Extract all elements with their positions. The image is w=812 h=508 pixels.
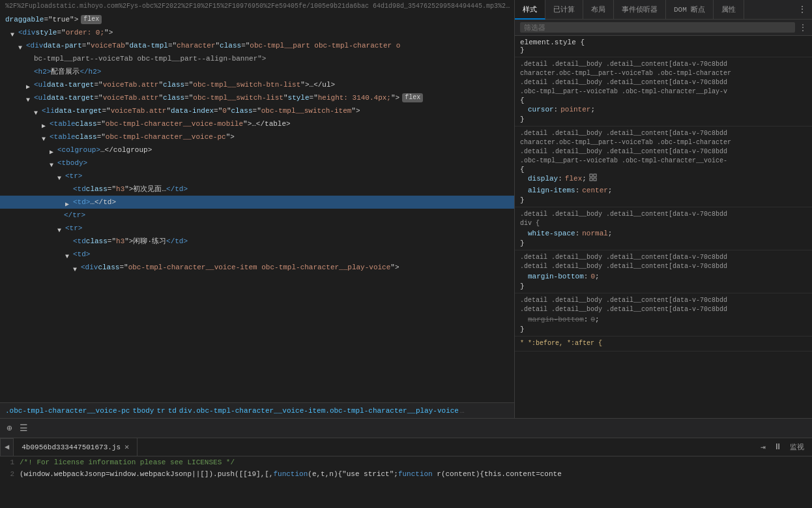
style-selector-1: .detail .detail__body .detail__content[d…: [520, 60, 807, 68]
console-drawer-icon[interactable]: ☰: [18, 421, 29, 435]
rule1-open-brace: {: [520, 97, 807, 104]
pause-icon[interactable]: ⏸: [771, 441, 785, 453]
triangle-icon-4[interactable]: [26, 95, 33, 101]
rule5-close-brace: }: [520, 325, 807, 333]
breadcrumb-item-3[interactable]: tr: [156, 407, 165, 415]
code-line-2: 2 (window.webpackJsonp=window.webpackJso…: [0, 468, 812, 480]
dom-panel: %2F%2Fuploadstatic.mihoyo.com%2Fys-obc%2…: [0, 0, 515, 418]
styles-panel[interactable]: element.style { } .detail .detail__body …: [515, 36, 812, 418]
dom-line-tbody: <tbody>: [0, 157, 514, 170]
tab-event-listeners[interactable]: 事件侦听器: [614, 0, 666, 20]
style-prop-align-items: align-items : center ;: [528, 185, 807, 196]
tab-properties[interactable]: 属性: [714, 0, 744, 20]
triangle-icon-8[interactable]: [50, 147, 56, 153]
style-selector-2b: character.obc-tmpl__part--voiceTab .obc-…: [520, 138, 807, 146]
dock-icon[interactable]: ⇥: [758, 441, 768, 454]
tab-computed[interactable]: 已计算: [545, 0, 583, 20]
breadcrumb-item-1[interactable]: .obc-tmpl-character__voice-pc: [5, 407, 130, 415]
rule4-close-brace: }: [520, 282, 807, 290]
tab-overflow-menu[interactable]: ⋮: [792, 4, 812, 15]
style-selector-5b: .detail .detail__body .detail__content[d…: [520, 305, 807, 313]
style-selector-4: .detail .detail__body .detail__content[d…: [520, 253, 807, 261]
tab-layout[interactable]: 布局: [583, 0, 614, 20]
breadcrumb-item-4[interactable]: td: [168, 407, 177, 415]
style-rule-last: * *:before, *:after {: [515, 336, 812, 351]
tab-styles[interactable]: 样式: [515, 0, 545, 20]
dom-line-tr1-close: </tr>: [0, 209, 514, 222]
dom-line-voicetab-cont: bc-tmpl__part--voiceTab obc-tmpl__part--…: [0, 52, 514, 65]
style-rule-3: .detail .detail__body .detail__content[d…: [515, 207, 812, 250]
breadcrumb-item-2[interactable]: tbody: [132, 407, 154, 415]
triangle-icon-7[interactable]: [42, 134, 48, 140]
dom-line-table-pc: <table class="obc-tmpl-character__voice-…: [0, 130, 514, 143]
dom-line-td-selected[interactable]: <td>…</td>: [0, 196, 514, 209]
style-rule-1: .detail .detail__body .detail__content[d…: [515, 57, 812, 127]
dom-line-table-mobile: <table class="obc-tmpl-character__voice-…: [0, 117, 514, 130]
flex-grid-icon[interactable]: [589, 173, 597, 185]
element-style-close: }: [520, 46, 807, 54]
flex-badge-1[interactable]: flex: [81, 15, 102, 24]
dom-line-tr2: <tr>: [0, 222, 514, 235]
dom-line-ul-switch: <ul data-target="voiceTab.attr" class="o…: [0, 91, 514, 104]
bottom-toolbar: ⊕ ☰: [0, 418, 812, 438]
nav-prev-icon: ◀: [5, 442, 9, 452]
rule2-open-brace: {: [520, 166, 807, 173]
triangle-icon-9[interactable]: [50, 160, 56, 166]
triangle-icon-12[interactable]: [57, 225, 64, 232]
dom-line-td-second: <td class="h3">闲聊·练习</td>: [0, 235, 514, 248]
dom-line-draggable: draggable="true"> flex: [0, 13, 514, 26]
code-line-1: 1 /*! For license information please see…: [0, 456, 812, 468]
triangle-icon-11[interactable]: [65, 199, 72, 205]
filter-options-icon[interactable]: ⋮: [799, 23, 807, 33]
file-tab-actions: ⇥ ⏸ 监视: [758, 441, 812, 454]
tab-dom-breakpoints[interactable]: DOM 断点: [666, 0, 714, 20]
dom-line-voicetab: <div data-part="voiceTab" data-tmpl="cha…: [0, 39, 514, 52]
add-expression-icon[interactable]: ⊕: [5, 421, 13, 435]
dom-line-h2: <h2>配音展示</h2>: [0, 65, 514, 78]
element-style-selector: element.style {: [520, 38, 807, 46]
dom-line-td-first: <td class="h3">初次见面…</td>: [0, 183, 514, 196]
style-rule-5: .detail .detail__body .detail__content[d…: [515, 293, 812, 336]
style-selector-1b: character.obc-tmpl__part--voiceTab .obc-…: [520, 69, 807, 77]
breadcrumb-ellipsis: …: [460, 407, 465, 415]
style-selector-1c: .detail .detail__body .detail__content[d…: [520, 78, 807, 86]
flex-badge-2[interactable]: flex: [402, 93, 423, 102]
style-rule-4: .detail .detail__body .detail__content[d…: [515, 250, 812, 293]
styles-panel-container: 样式 已计算 布局 事件侦听器 DOM 断点 属性 ⋮ ⋮ element.st…: [515, 0, 812, 418]
rule2-close-brace: }: [520, 196, 807, 204]
svg-rect-0: [590, 174, 592, 177]
breadcrumb: .obc-tmpl-character__voice-pc tbody tr t…: [0, 402, 514, 418]
triangle-icon-5[interactable]: [34, 108, 40, 114]
dom-line-ul-btn: <ul data-target="voiceTab.attr" class="o…: [0, 78, 514, 91]
style-prop-display: display : flex ;: [528, 173, 807, 185]
rule3-close-brace: }: [520, 239, 807, 247]
file-tab-close-btn[interactable]: ✕: [124, 438, 129, 456]
breadcrumb-item-5[interactable]: div.obc-tmpl-character__voice-item.obc-t…: [179, 407, 459, 415]
triangle-icon-14[interactable]: [73, 264, 80, 271]
triangle-icon-2[interactable]: [18, 42, 25, 49]
style-selector-last: * *:before, *:after {: [520, 339, 807, 347]
element-style-rule: element.style { }: [515, 36, 812, 57]
style-selector-2c: .detail .detail__body .detail__content[d…: [520, 147, 807, 155]
tab-bar: 样式 已计算 布局 事件侦听器 DOM 断点 属性 ⋮: [515, 0, 812, 20]
style-prop-mb2: margin-bottom : 0 ;: [528, 314, 807, 325]
rule1-close-brace: }: [520, 115, 807, 123]
file-tab-name: 4b0956bd333447501673.js: [22, 438, 121, 456]
dom-line-div-voice: <div class="obc-tmpl-character__voice-it…: [0, 261, 514, 274]
triangle-icon-13[interactable]: [65, 251, 72, 258]
triangle-icon[interactable]: [10, 29, 17, 36]
svg-rect-1: [594, 174, 596, 177]
triangle-icon-10[interactable]: [57, 173, 64, 179]
dom-line-colgroup: <colgroup>…</colgroup>: [0, 143, 514, 157]
code-text-1: /*! For license information please see L…: [20, 456, 235, 468]
style-selector-2d: .obc-tmpl__part--voiceTab .obc-tmpl-char…: [520, 157, 807, 164]
file-tab-bar: ◀ 4b0956bd333447501673.js ✕ ⇥ ⏸ 监视: [0, 438, 812, 456]
triangle-icon-3[interactable]: [26, 82, 33, 88]
triangle-icon-6[interactable]: [42, 121, 48, 127]
dom-tree[interactable]: %2F%2Fuploadstatic.mihoyo.com%2Fys-obc%2…: [0, 0, 514, 402]
dom-line-li: <li data-target="voiceTab.attr" data-ind…: [0, 104, 514, 117]
code-area: 1 /*! For license information please see…: [0, 456, 812, 508]
file-tab-nav-prev[interactable]: ◀: [0, 438, 14, 456]
file-tab-js[interactable]: 4b0956bd333447501673.js ✕: [14, 438, 138, 456]
filter-input[interactable]: [520, 22, 795, 33]
